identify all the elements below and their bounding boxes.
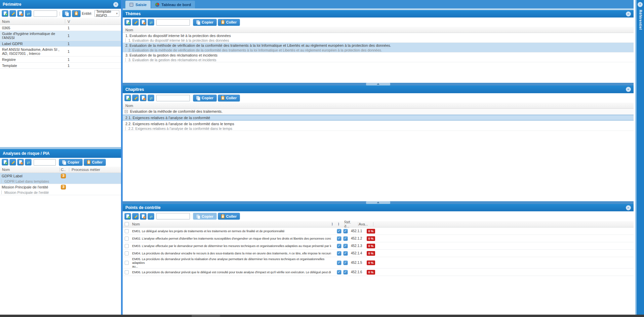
checked-checkbox[interactable]: ✓ [337, 236, 341, 241]
scrollbar-thumb[interactable] [192, 315, 220, 317]
delete-button[interactable]: − [140, 95, 147, 101]
column-i1[interactable]: I [329, 222, 335, 226]
refresh-button[interactable]: ⇄ [25, 159, 32, 166]
chapitre-group-row[interactable]: −Evaluation de la méthode de conformité … [123, 109, 634, 114]
control-point-row[interactable]: EM03. L'analyse effectuée par le demande… [123, 242, 634, 250]
tab-saisie[interactable]: Saisie [125, 1, 151, 8]
column-c[interactable]: C.. [59, 168, 68, 172]
add-document-button[interactable]: + [2, 159, 8, 166]
theme-row[interactable]: 2. Evaluation de la méthode de vérificat… [123, 43, 634, 52]
select-all-checkbox[interactable] [125, 222, 129, 226]
edit-button[interactable] [9, 10, 16, 17]
delete-button[interactable]: − [17, 10, 24, 17]
checked-checkbox[interactable]: ✓ [337, 244, 341, 248]
tab-tableau-de-bord[interactable]: Tableau de bord [151, 1, 195, 8]
coller-button[interactable]: Coller [218, 19, 240, 26]
filter-input[interactable] [156, 19, 190, 26]
column-nom[interactable]: Nom [0, 168, 59, 172]
chapitre-row[interactable]: 2.1. Exigences relatives à l'analyse de … [123, 115, 634, 120]
column-ref[interactable]: Réf. d... [342, 220, 355, 228]
checked-checkbox[interactable]: ✓ [343, 229, 348, 234]
checked-checkbox[interactable]: ✓ [337, 260, 341, 265]
column-nom[interactable]: Nom [129, 222, 329, 226]
filter-input[interactable] [156, 95, 190, 101]
collapse-sidebar-icon[interactable]: ‹ [113, 2, 118, 7]
coller-button[interactable]: Coller [218, 213, 240, 220]
checked-checkbox[interactable]: ✓ [337, 229, 341, 234]
collapse-points-icon[interactable]: ‹ [626, 205, 631, 210]
perimetre-row[interactable]: Registre1 [0, 57, 121, 63]
add-document-button[interactable]: + [2, 10, 8, 17]
refresh-button[interactable]: ⇄ [148, 213, 154, 220]
refresh-button[interactable]: ⇄ [148, 19, 154, 26]
refresh-button[interactable]: ⇄ [148, 95, 154, 101]
copier-button[interactable]: Copier [59, 159, 83, 166]
perimetre-row[interactable]: 03651 [0, 25, 121, 31]
column-v[interactable]: V [65, 20, 70, 24]
row-checkbox[interactable] [125, 229, 129, 233]
perimetre-row[interactable]: Guide d'hygiène informatique de l'ANSSI1 [0, 31, 121, 41]
add-document-button[interactable]: + [124, 213, 131, 220]
collapse-themes-icon[interactable]: ‹ [626, 11, 631, 16]
paste-button[interactable] [72, 10, 81, 17]
column-processus-metier[interactable]: Processus métier [68, 168, 100, 172]
control-point-row[interactable]: EM01. Le délégué analyse les projets de … [123, 227, 634, 235]
row-checkbox[interactable] [125, 261, 129, 265]
chapitres-points-splitter[interactable] [123, 201, 634, 204]
theme-row[interactable]: 1. Evaluation du dispositif interne lié … [123, 33, 634, 43]
theme-row[interactable]: 3. Evaluation de la gestion des réclamat… [123, 52, 634, 62]
perimetre-row[interactable]: Ref ANSSI Nomadisme, Admin SI , AD, ISO2… [0, 47, 121, 57]
edit-button[interactable] [132, 95, 139, 101]
row-checkbox[interactable] [125, 237, 129, 241]
column-nom[interactable]: Nom [123, 28, 133, 32]
copier-button[interactable]: Copier [193, 19, 217, 26]
splitter-handle[interactable] [366, 83, 390, 85]
copier-button[interactable]: Copier [193, 213, 217, 220]
add-document-button[interactable]: + [124, 95, 131, 101]
delete-button[interactable]: − [140, 19, 147, 26]
checked-checkbox[interactable]: ✓ [343, 251, 348, 256]
checked-checkbox[interactable]: ✓ [343, 260, 348, 265]
add-document-button[interactable]: + [124, 19, 131, 26]
themes-chapitres-splitter[interactable] [123, 83, 634, 85]
splitter-handle[interactable] [366, 201, 390, 204]
checked-checkbox[interactable]: ✓ [343, 236, 348, 241]
control-point-row[interactable]: EM04. La procédure du demandeur encadre … [123, 250, 634, 257]
column-avancement[interactable]: Ava... [355, 222, 368, 226]
edit-button[interactable] [9, 159, 16, 166]
filter-input[interactable] [156, 213, 190, 219]
column-nom[interactable]: Nom [0, 20, 65, 24]
copier-button[interactable]: Copier [193, 95, 217, 102]
collapse-minus-icon[interactable]: − [125, 110, 128, 113]
column-i2[interactable]: I [335, 222, 342, 226]
edit-button[interactable] [132, 213, 139, 220]
row-checkbox[interactable] [125, 270, 129, 274]
perimetre-row[interactable]: Template1 [0, 63, 121, 69]
checked-checkbox[interactable]: ✓ [337, 251, 341, 256]
filter-input[interactable] [34, 159, 56, 166]
entity-select[interactable]: Template RGPD▾ [94, 10, 119, 17]
perimetre-row[interactable]: Label GDPR1 [0, 41, 121, 47]
edit-button[interactable] [132, 19, 139, 26]
referentiel-collapsed-panel[interactable]: ‹ Référentiel [637, 0, 644, 315]
control-point-row[interactable]: EM02. L'analyse effectuée permet d'ident… [123, 235, 634, 242]
chapitre-row[interactable]: 2.2. Exigences relatives à l'analyse de … [123, 121, 634, 131]
control-point-row[interactable]: EM05. La procédure du demandeur prévoit … [123, 257, 634, 269]
checked-checkbox[interactable]: ✓ [343, 270, 348, 275]
row-checkbox[interactable] [125, 244, 129, 248]
coller-button[interactable]: Coller [218, 95, 240, 102]
checked-checkbox[interactable]: ✓ [337, 270, 341, 275]
coller-button[interactable]: Coller [84, 159, 106, 166]
delete-button[interactable]: − [140, 213, 147, 220]
copy-button[interactable] [62, 10, 71, 17]
analyses-row[interactable]: GDPR Label3GDPR Label dans templates [0, 173, 121, 184]
collapse-chapitres-icon[interactable]: ‹ [626, 87, 631, 92]
refresh-button[interactable]: ⇄ [25, 10, 32, 17]
row-checkbox[interactable] [125, 251, 129, 255]
delete-button[interactable]: − [17, 159, 24, 166]
expand-referentiel-icon[interactable]: ‹ [638, 2, 643, 7]
column-nom[interactable]: Nom [123, 104, 133, 108]
checked-checkbox[interactable]: ✓ [343, 244, 348, 248]
analyses-row[interactable]: Mission Principale de l'entité3Mission P… [0, 184, 121, 195]
control-point-row[interactable]: EM06. La procédure du demandeur prévoit … [123, 269, 634, 276]
